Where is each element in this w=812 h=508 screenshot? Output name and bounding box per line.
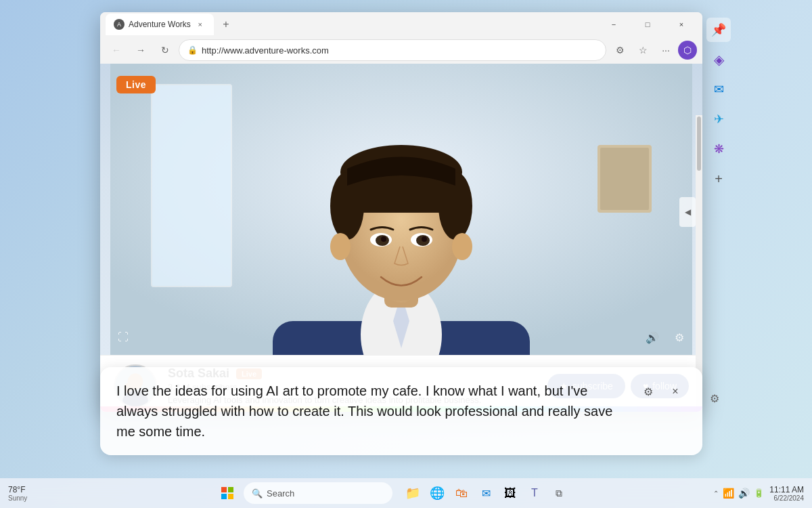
svg-rect-30: [228, 494, 233, 499]
tab-favicon: A: [114, 19, 125, 30]
taskbar-explorer-icon[interactable]: 📁: [402, 482, 424, 504]
tab-close-button[interactable]: ×: [195, 19, 206, 30]
desktop: A Adventure Works × + − □ × ← → ↻ 🔒 http…: [0, 0, 812, 508]
subtitle-panel: I love the ideas for using AI art to pro…: [100, 367, 702, 455]
svg-rect-29: [221, 494, 227, 499]
weather-temperature: 78°F: [8, 485, 27, 494]
subtitle-text: I love the ideas for using AI art to pro…: [116, 381, 637, 442]
svg-point-19: [330, 233, 351, 260]
taskbar-photos-icon[interactable]: 🖼: [499, 482, 521, 504]
time-display: 11:11 AM: [769, 485, 804, 494]
video-content: [100, 64, 702, 355]
video-settings-button[interactable]: ⚙: [669, 326, 690, 348]
svg-rect-27: [221, 487, 227, 492]
weather-widget[interactable]: 78°F Sunny: [8, 485, 27, 502]
refresh-button[interactable]: ↻: [154, 39, 176, 61]
browser-tab[interactable]: A Adventure Works ×: [106, 14, 214, 35]
svg-point-18: [422, 236, 427, 242]
svg-rect-28: [228, 487, 233, 492]
network-icon[interactable]: 📶: [723, 488, 734, 499]
taskbar-right: ⌃ 📶 🔊 🔋 11:11 AM 6/22/2024: [696, 485, 804, 502]
svg-point-17: [381, 236, 386, 242]
extensions-button[interactable]: ⚙: [609, 39, 631, 61]
weather-condition: Sunny: [8, 494, 27, 502]
sidebar-copilot-icon[interactable]: ◈: [706, 47, 731, 72]
up-arrow-icon[interactable]: ⌃: [713, 490, 719, 497]
close-button[interactable]: ×: [666, 14, 697, 35]
taskbar-store-icon[interactable]: 🛍: [451, 482, 472, 504]
taskbar-app-icons: 📁 🌐 🛍 ✉ 🖼 T ⧉: [402, 482, 570, 504]
taskbar-left: 78°F Sunny: [8, 485, 89, 502]
sound-icon[interactable]: 🔊: [738, 488, 750, 499]
tab-bar: A Adventure Works × +: [106, 14, 595, 35]
taskbar-search[interactable]: 🔍 Search: [244, 482, 392, 504]
title-bar: A Adventure Works × + − □ ×: [100, 12, 702, 37]
start-button[interactable]: [215, 481, 240, 505]
video-controls: ⛶ 🔊 ⚙: [100, 326, 702, 348]
svg-rect-12: [340, 179, 462, 213]
browser-sidebar-settings-icon[interactable]: ⚙: [702, 386, 727, 410]
volume-button[interactable]: 🔊: [641, 326, 663, 348]
sidebar-add-icon[interactable]: +: [706, 167, 731, 191]
search-placeholder: Search: [267, 488, 294, 499]
maximize-button[interactable]: □: [632, 14, 663, 35]
taskbar-taskview-icon[interactable]: ⧉: [548, 482, 570, 504]
profile-button[interactable]: ⬡: [678, 41, 697, 60]
taskbar-center: 🔍 Search 📁 🌐 🛍 ✉ 🖼 T ⧉: [89, 481, 696, 505]
forward-button[interactable]: →: [130, 39, 152, 61]
subtitle-controls: ⚙ ×: [637, 381, 686, 402]
search-icon: 🔍: [252, 488, 263, 499]
sidebar-collections-icon[interactable]: 📌: [706, 18, 731, 42]
url-display: http://www.adventure-works.com: [202, 45, 597, 56]
sidebar-extra-icon[interactable]: ❋: [706, 137, 731, 161]
sidebar-outlook-icon[interactable]: ✉: [706, 77, 731, 102]
date-display: 6/22/2024: [769, 494, 804, 502]
sidebar-telegram-icon[interactable]: ✈: [706, 107, 731, 131]
window-controls: − □ ×: [598, 14, 697, 35]
tab-title: Adventure Works: [129, 20, 191, 29]
subtitle-close-button[interactable]: ×: [664, 381, 686, 402]
svg-rect-2: [152, 85, 231, 286]
taskbar-teams-icon[interactable]: T: [524, 482, 545, 504]
video-player[interactable]: Live ⛶ 🔊 ⚙: [100, 64, 702, 355]
svg-rect-22: [600, 148, 649, 210]
system-tray: ⌃ 📶 🔊 🔋: [713, 488, 764, 499]
scrollbar[interactable]: [696, 115, 702, 412]
browser-window: A Adventure Works × + − □ × ← → ↻ 🔒 http…: [100, 12, 702, 412]
fullscreen-button[interactable]: ⛶: [112, 326, 134, 348]
battery-icon[interactable]: 🔋: [754, 488, 764, 498]
taskbar: 78°F Sunny 🔍 Search 📁 🌐 🛍: [0, 478, 812, 508]
nav-icons: ⚙ ☆ ··· ⬡: [609, 39, 697, 61]
browser-sidebar-panel: 📌 ◈ ✉ ✈ ❋ +: [702, 12, 735, 196]
subtitle-settings-button[interactable]: ⚙: [637, 381, 659, 402]
time-date-widget[interactable]: 11:11 AM 6/22/2024: [769, 485, 804, 502]
nav-bar: ← → ↻ 🔒 http://www.adventure-works.com ⚙…: [100, 37, 702, 64]
lock-icon: 🔒: [187, 45, 198, 55]
scrollbar-thumb[interactable]: [697, 117, 701, 171]
browser-content: Live ⛶ 🔊 ⚙: [100, 64, 702, 412]
taskbar-mail-icon[interactable]: ✉: [475, 482, 497, 504]
minimize-button[interactable]: −: [598, 14, 629, 35]
more-button[interactable]: ···: [655, 39, 677, 61]
live-badge: Live: [116, 76, 156, 93]
back-button[interactable]: ←: [106, 39, 127, 61]
new-tab-button[interactable]: +: [217, 15, 235, 34]
windows-logo-icon: [221, 486, 234, 500]
address-bar[interactable]: 🔒 http://www.adventure-works.com: [179, 39, 606, 61]
sidebar-toggle-button[interactable]: ◀: [679, 197, 696, 227]
taskbar-edge-icon[interactable]: 🌐: [426, 482, 448, 504]
favorites-button[interactable]: ☆: [632, 39, 654, 61]
svg-point-20: [452, 233, 472, 260]
